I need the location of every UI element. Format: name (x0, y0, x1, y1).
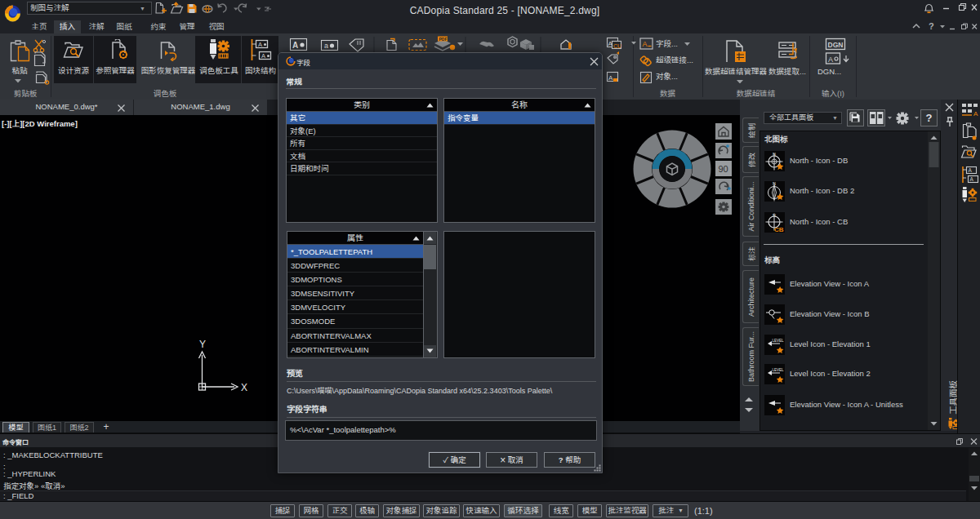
svg-text:CU: CU (613, 43, 621, 49)
svg-text:a: a (324, 42, 328, 50)
svg-text:A: A (292, 41, 298, 50)
svg-text:DGN: DGN (828, 41, 844, 49)
svg-text:A: A (969, 167, 973, 173)
svg-text:?: ? (929, 22, 934, 31)
svg-text:N: N (773, 152, 776, 157)
svg-text:Y: Y (199, 339, 206, 350)
svg-text:A: A (643, 40, 648, 48)
svg-text:A: A (608, 40, 613, 47)
svg-text:PDF: PDF (439, 37, 448, 42)
svg-text:N: N (773, 181, 776, 186)
svg-text:A: A (258, 41, 262, 48)
svg-text:A: A (970, 176, 974, 182)
svg-text:A: A (973, 110, 978, 118)
svg-text:LEVEL: LEVEL (773, 339, 785, 343)
svg-text:A: A (261, 52, 265, 60)
svg-text:A: A (828, 55, 833, 64)
svg-text:X: X (241, 382, 247, 393)
svg-text:N: N (773, 213, 776, 218)
svg-text:CB: CB (774, 226, 784, 233)
svg-text:90: 90 (719, 164, 728, 174)
svg-text:A: A (608, 74, 613, 82)
svg-text:LEVEL: LEVEL (773, 368, 785, 372)
